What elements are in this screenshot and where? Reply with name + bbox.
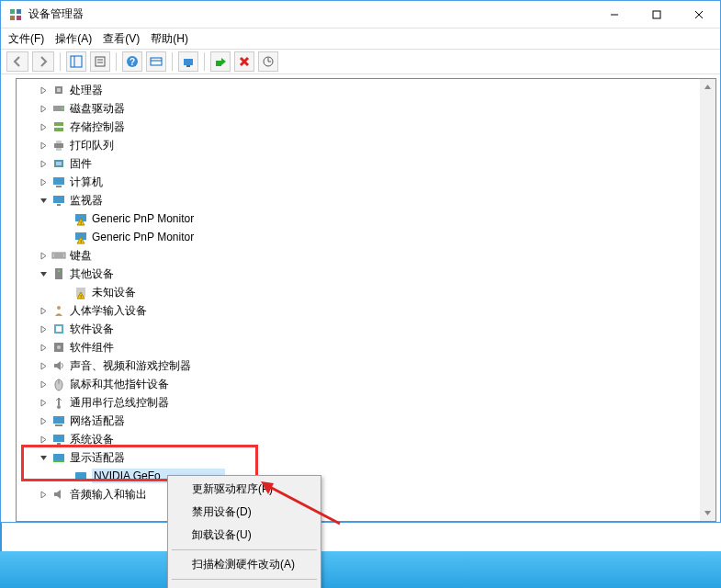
tree-item-monitor[interactable]: 监视器 (17, 191, 715, 209)
svg-point-26 (62, 107, 63, 109)
menu-view[interactable]: 查看(V) (103, 31, 140, 47)
scroll-track[interactable] (700, 95, 715, 505)
monitor-warning-icon: ! (73, 211, 88, 226)
expander-icon[interactable] (37, 157, 50, 170)
tree-item-display[interactable]: 显示适配器 (17, 448, 715, 467)
expander-icon[interactable] (37, 139, 50, 152)
expander-icon[interactable] (37, 175, 50, 188)
tree-item-processor[interactable]: 处理器 (17, 81, 715, 99)
tree-item-firmware[interactable]: 固件 (17, 154, 715, 173)
tree-item-system[interactable]: 系统设备 (17, 430, 715, 448)
keyboard-icon (51, 248, 66, 263)
svg-rect-35 (56, 186, 62, 187)
expander-icon[interactable] (37, 304, 50, 317)
expander-icon[interactable] (37, 84, 50, 96)
usb-icon (51, 395, 66, 410)
expander-icon[interactable] (37, 341, 50, 354)
hid-icon (51, 303, 66, 318)
tree-item-nvidia[interactable]: NVIDIA GeFo (17, 467, 715, 485)
scan-button[interactable] (146, 51, 166, 72)
uninstall-device-button[interactable] (234, 51, 254, 72)
tree-item-mouse[interactable]: 鼠标和其他指针设备 (17, 375, 715, 393)
svg-rect-60 (53, 435, 64, 442)
svg-rect-34 (53, 177, 64, 185)
help-button[interactable]: ? (122, 51, 142, 72)
expander-icon[interactable] (37, 322, 50, 335)
node-label: 计算机 (70, 175, 103, 190)
vertical-scrollbar[interactable] (700, 79, 715, 521)
enable-device-button[interactable] (210, 51, 231, 72)
expander-icon[interactable] (37, 378, 50, 390)
maximize-button[interactable] (636, 1, 678, 28)
context-menu-scan-hardware[interactable]: 扫描检测硬件改动(A) (170, 553, 319, 576)
scroll-down-button[interactable] (700, 505, 715, 521)
taskbar[interactable] (0, 551, 721, 588)
tree-item-hid[interactable]: 人体学输入设备 (17, 301, 715, 320)
expander-icon[interactable] (37, 249, 50, 262)
titlebar[interactable]: 设备管理器 (1, 1, 720, 28)
svg-rect-27 (54, 122, 63, 126)
minimize-button[interactable] (593, 1, 636, 28)
svg-point-49 (57, 306, 61, 310)
context-menu-disable-device[interactable]: 禁用设备(D) (170, 501, 319, 524)
menu-help[interactable]: 帮助(H) (151, 31, 188, 47)
expander-icon[interactable] (37, 120, 50, 133)
node-label: 磁盘驱动器 (70, 101, 125, 117)
tree-item-unknown[interactable]: ! 未知设备 (17, 283, 715, 301)
svg-rect-65 (75, 479, 86, 481)
toolbar-separator (116, 52, 117, 71)
tree-item-computer[interactable]: 计算机 (17, 173, 715, 191)
tree-item-soft-dev[interactable]: 软件设备 (17, 320, 715, 338)
expander-icon[interactable] (37, 433, 50, 446)
toolbar-separator (172, 52, 173, 71)
device-tree[interactable]: 处理器 磁盘驱动器 存储控制器 打印队列 固件 (17, 79, 715, 505)
node-label: 鼠标和其他指针设备 (70, 377, 169, 392)
forward-button[interactable] (32, 51, 54, 72)
menu-action[interactable]: 操作(A) (55, 31, 92, 47)
expander-icon[interactable] (37, 488, 50, 501)
expander-icon[interactable] (37, 359, 50, 372)
context-menu-properties[interactable]: 属性(R) (170, 582, 319, 588)
svg-rect-29 (54, 143, 63, 148)
properties-button[interactable] (90, 51, 110, 72)
tree-item-keyboard[interactable]: 键盘 (17, 246, 715, 265)
tree-item-print[interactable]: 打印队列 (17, 136, 715, 154)
node-label: 软件组件 (70, 340, 114, 356)
update-driver-button[interactable] (178, 51, 198, 72)
tree-item-usb[interactable]: 通用串行总线控制器 (17, 393, 715, 412)
unknown-warning-icon: ! (73, 285, 88, 300)
expander-icon[interactable] (37, 414, 50, 427)
tree-item-network[interactable]: 网络适配器 (17, 412, 715, 430)
other-dev-icon (51, 266, 66, 281)
svg-rect-18 (186, 65, 190, 67)
expander-open-icon[interactable] (37, 451, 50, 464)
tree-item-storage[interactable]: 存储控制器 (17, 118, 715, 136)
audio-icon (51, 487, 66, 502)
expander-open-icon[interactable] (37, 267, 50, 280)
scan-hardware-button[interactable] (258, 51, 278, 72)
show-hide-tree-button[interactable] (66, 51, 86, 72)
tree-item-disk[interactable]: 磁盘驱动器 (17, 99, 715, 118)
tree-item-monitor-child[interactable]: ! Generic PnP Monitor (17, 228, 715, 246)
context-menu-update-driver[interactable]: 更新驱动程序(P) (170, 478, 319, 501)
expander-icon[interactable] (37, 396, 50, 409)
menu-file[interactable]: 文件(F) (8, 31, 44, 47)
svg-rect-62 (53, 454, 64, 460)
context-menu-uninstall-device[interactable]: 卸载设备(U) (170, 524, 319, 547)
context-menu-separator (172, 579, 317, 580)
printer-icon (51, 138, 66, 153)
app-icon (8, 7, 23, 22)
storage-icon (51, 119, 66, 134)
tree-item-audio-io[interactable]: 音频输入和输出 (17, 485, 715, 503)
tree-item-other[interactable]: 其他设备 (17, 265, 715, 283)
tree-item-monitor-child[interactable]: ! Generic PnP Monitor (17, 209, 715, 228)
expander-open-icon[interactable] (37, 194, 50, 207)
tree-item-soft-comp[interactable]: 软件组件 (17, 338, 715, 356)
expander-icon[interactable] (37, 102, 50, 115)
back-button[interactable] (6, 51, 28, 72)
node-label: 监视器 (70, 193, 103, 209)
scroll-up-button[interactable] (700, 79, 715, 95)
svg-rect-36 (53, 196, 64, 203)
close-button[interactable] (678, 1, 720, 28)
tree-item-sound[interactable]: 声音、视频和游戏控制器 (17, 356, 715, 375)
